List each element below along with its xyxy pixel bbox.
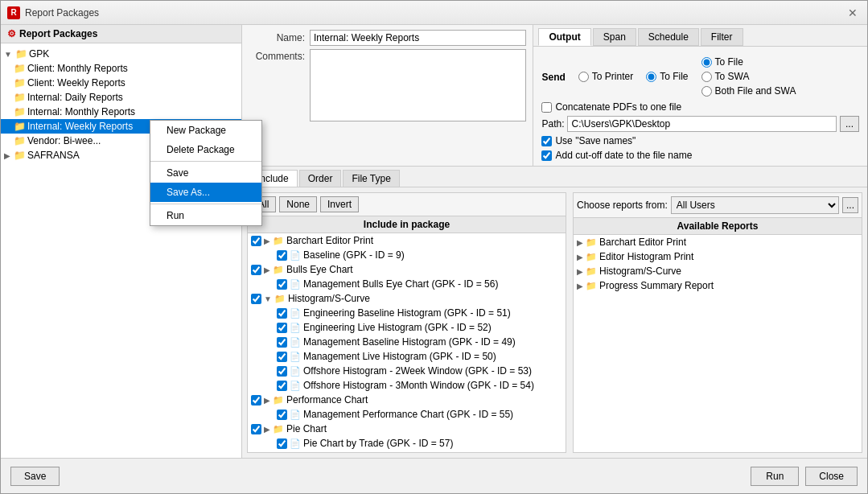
none-button[interactable]: None [279, 196, 317, 212]
radio-to-printer[interactable] [578, 72, 589, 82]
radio-both[interactable] [701, 86, 712, 97]
output-content: Send To Printer To File [533, 51, 867, 166]
radio-to-file2[interactable] [701, 57, 712, 68]
list-item: ▶ 📁 Barchart Editor Print [248, 233, 566, 248]
group-safransa-icon: 📁 [14, 150, 26, 161]
check-mgmt-bulls-eye[interactable] [277, 279, 287, 290]
include-header: Include in package [248, 216, 566, 233]
check-pie-by-trade[interactable] [277, 438, 287, 449]
panel-header-icon: ⚙ [7, 28, 16, 39]
menu-item-new-package[interactable]: New Package [150, 121, 261, 140]
tree-item-client-weekly[interactable]: 📁 Client: Weekly Reports [1, 76, 241, 90]
add-cutoff-checkbox[interactable] [541, 150, 552, 161]
tab-schedule[interactable]: Schedule [638, 28, 699, 46]
include-list: ▶ 📁 Barchart Editor Print 📄 Baseline (GP… [248, 233, 566, 452]
close-button[interactable]: ✕ [845, 5, 861, 21]
radio-to-file-label: To File [646, 71, 688, 82]
expand-gpk-icon: ▼ [4, 50, 12, 59]
tree-item-client-monthly[interactable]: 📁 Client: Monthly Reports [1, 61, 241, 76]
path-row: Path: ... [541, 116, 859, 132]
bottom-section: Include Order File Type All None Invert … [242, 167, 867, 458]
check-perf-chart[interactable] [251, 395, 261, 405]
menu-item-delete-package[interactable]: Delete Package [150, 140, 261, 159]
send-row: Send To Printer To File [541, 56, 859, 98]
list-item: ▶ 📁 Progress Summary Report [574, 278, 862, 293]
output-area: Output Span Schedule Filter Send To Prin… [533, 25, 867, 166]
list-item: ▶ 📁 Performance Chart [248, 393, 566, 407]
run-button[interactable]: Run [751, 467, 799, 486]
window-title: Report Packages [25, 7, 845, 19]
list-item: 📄 Management Baseline Histogram (GPK - I… [248, 335, 566, 349]
check-baseline[interactable] [277, 250, 287, 261]
menu-item-save[interactable]: Save [150, 163, 261, 183]
check-mgmt-baseline[interactable] [277, 337, 287, 348]
app-icon: R [7, 6, 20, 19]
check-histogram[interactable] [251, 294, 261, 304]
folder-eng-baseline-icon: 📄 [290, 308, 301, 319]
close-button-footer[interactable]: Close [805, 467, 858, 486]
folder-histogram-icon: 📁 [274, 294, 286, 304]
tab-output[interactable]: Output [538, 28, 590, 46]
tree-item-internal-monthly[interactable]: 📁 Internal: Monthly Reports [1, 105, 241, 119]
check-barchart-editor[interactable] [251, 236, 261, 246]
save-button[interactable]: Save [10, 467, 60, 486]
radio-to-swa[interactable] [701, 72, 712, 82]
concat-checkbox[interactable] [541, 102, 552, 113]
invert-button[interactable]: Invert [320, 196, 359, 212]
check-bulls-eye[interactable] [251, 265, 261, 275]
expand-av-progress-icon: ▶ [577, 282, 583, 290]
folder-mgmt-perf-icon: 📄 [290, 410, 301, 420]
radio-to-file[interactable] [646, 72, 656, 82]
avail-browse-button[interactable]: ... [842, 197, 858, 213]
left-panel: ⚙ Report Packages ▼ 📁 GPK 📁 Client: Mont… [1, 25, 242, 458]
footer: Save Run Close [1, 458, 867, 493]
menu-item-run[interactable]: Run [150, 206, 261, 225]
path-input[interactable] [567, 116, 837, 132]
choose-reports-select[interactable]: All Users [671, 196, 839, 214]
sub-tab-file-type[interactable]: File Type [343, 170, 399, 187]
check-eng-live[interactable] [277, 323, 287, 333]
folder-barchart-icon: 📁 [273, 236, 284, 246]
menu-separator-1 [150, 161, 261, 162]
folder-internal-monthly-icon: 📁 [14, 106, 26, 117]
list-item: 📄 Offshore Histogram - 2Week Window (GPK… [248, 364, 566, 378]
menu-item-save-as[interactable]: Save As... [150, 183, 261, 202]
browse-button[interactable]: ... [840, 116, 859, 132]
comments-textarea[interactable] [310, 49, 526, 121]
check-mgmt-perf[interactable] [277, 410, 287, 420]
tree-label-internal-monthly: Internal: Monthly Reports [27, 106, 135, 117]
list-item: ▶ 📁 Bulls Eye Chart [248, 262, 566, 277]
name-row: Name: [249, 30, 526, 46]
name-input[interactable] [310, 30, 526, 46]
folder-client-monthly-icon: 📁 [14, 63, 26, 74]
expand-av-editor-icon: ▶ [577, 253, 583, 261]
folder-mgmt-live-icon: 📄 [290, 352, 301, 362]
main-window: R Report Packages ✕ ⚙ Report Packages ▼ … [0, 0, 868, 494]
context-menu: New Package Delete Package Save Save As.… [150, 120, 262, 226]
list-item: ▼ 📁 Histogram/S-Curve [248, 291, 566, 306]
tab-filter[interactable]: Filter [701, 28, 743, 46]
folder-mgmt-bulls-eye-icon: 📄 [290, 279, 301, 290]
main-content: ⚙ Report Packages ▼ 📁 GPK 📁 Client: Mont… [1, 25, 867, 458]
check-pie-chart[interactable] [251, 424, 261, 434]
report-area: All None Invert Include in package ▶ 📁 [242, 187, 867, 458]
tab-span[interactable]: Span [593, 28, 636, 46]
save-names-checkbox[interactable] [541, 136, 552, 146]
title-bar: R Report Packages ✕ [1, 1, 867, 25]
radio-both-label: Both File and SWA [701, 85, 796, 97]
menu-separator-2 [150, 204, 261, 204]
include-toolbar: All None Invert [248, 193, 566, 216]
check-offshore-2week[interactable] [277, 366, 287, 377]
sub-tab-order[interactable]: Order [299, 170, 342, 187]
radio-to-file2-label: To File [701, 56, 796, 68]
sub-tabs-row: Include Order File Type [242, 167, 867, 187]
list-item: 📄 Pie Chart by Trade (GPK - ID = 57) [248, 436, 566, 451]
folder-pie-by-trade-icon: 📄 [290, 438, 301, 449]
tree-label-vendor: Vendor: Bi-wee... [27, 135, 101, 146]
expand-av-histogram-icon: ▶ [577, 267, 583, 276]
tree-item-internal-daily[interactable]: 📁 Internal: Daily Reports [1, 90, 241, 105]
tree-item-gpk[interactable]: ▼ 📁 GPK [1, 47, 241, 61]
check-mgmt-live[interactable] [277, 352, 287, 362]
check-eng-baseline[interactable] [277, 308, 287, 319]
check-offshore-3month[interactable] [277, 381, 287, 391]
